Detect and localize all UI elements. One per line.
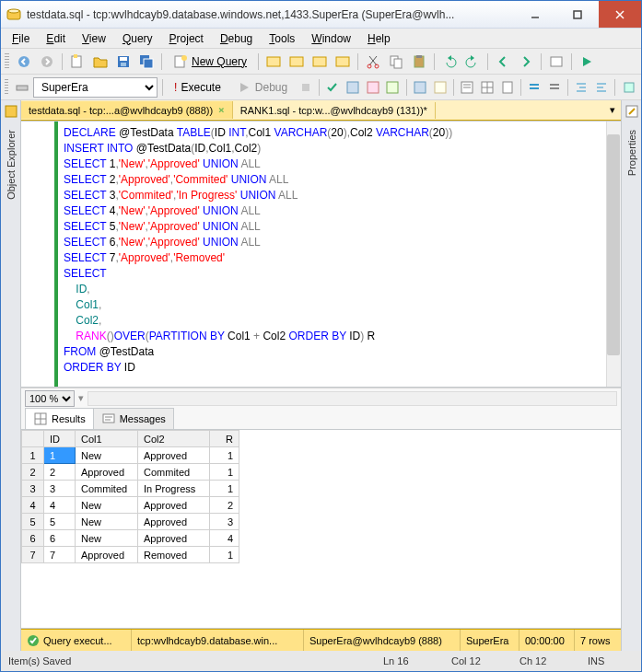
cell-id[interactable]: 1 xyxy=(44,447,76,464)
row-header[interactable]: 6 xyxy=(22,530,44,547)
tab-active[interactable]: testdata.sql - tcp:...a@wvlhdcayb9 (888)… xyxy=(21,101,233,119)
redo-button[interactable] xyxy=(462,52,483,72)
results-text-button[interactable] xyxy=(459,77,476,98)
client-stats-button[interactable] xyxy=(431,77,449,98)
cell-id[interactable]: 6 xyxy=(44,530,76,547)
toolbar-grip[interactable] xyxy=(5,79,8,96)
editor-vscrollbar[interactable] xyxy=(606,122,621,387)
maximize-button[interactable] xyxy=(556,1,599,28)
cell-col2[interactable]: Approved xyxy=(138,514,210,530)
specify-template-button[interactable] xyxy=(620,77,637,98)
paste-button[interactable] xyxy=(409,52,429,72)
cell-col1[interactable]: New xyxy=(76,530,138,547)
save-all-button[interactable] xyxy=(136,52,157,72)
menu-file[interactable]: File xyxy=(5,30,37,47)
cell-col2[interactable]: Removed xyxy=(138,547,210,563)
cell-col1[interactable]: New xyxy=(76,497,138,514)
tab-messages[interactable]: Messages xyxy=(93,408,174,429)
results-grid-wrap[interactable]: ID Col1 Col2 R 11NewApproved122ApprovedC… xyxy=(21,430,621,629)
undo-button[interactable] xyxy=(439,52,460,72)
cell-r[interactable]: 4 xyxy=(210,530,239,547)
database-combo[interactable]: SuperEra xyxy=(33,77,158,98)
cell-r[interactable]: 1 xyxy=(210,547,239,563)
cell-col2[interactable]: Approved xyxy=(138,497,210,514)
estimated-plan-button[interactable] xyxy=(344,77,361,98)
tab-overflow-button[interactable]: ▾ xyxy=(604,104,621,116)
row-header[interactable]: 4 xyxy=(22,497,44,514)
code-content[interactable]: DECLARE @TestData TABLE(ID INT,Col1 VARC… xyxy=(58,122,621,387)
menu-edit[interactable]: Edit xyxy=(39,30,73,47)
scroll-thumb[interactable] xyxy=(607,134,620,355)
open-button[interactable] xyxy=(90,52,111,72)
row-header[interactable]: 5 xyxy=(22,514,44,530)
cell-id[interactable]: 2 xyxy=(44,464,76,481)
execute-button[interactable]: ! Execute xyxy=(168,78,228,97)
copy-button[interactable] xyxy=(386,52,406,72)
menu-view[interactable]: View xyxy=(75,30,113,47)
cell-r[interactable]: 1 xyxy=(210,481,239,497)
sql-editor[interactable]: DECLARE @TestData TABLE(ID INT,Col1 VARC… xyxy=(21,121,621,388)
cell-id[interactable]: 4 xyxy=(44,497,76,514)
menu-help[interactable]: Help xyxy=(360,30,398,47)
cell-col2[interactable]: Approved xyxy=(138,530,210,547)
row-header[interactable]: 7 xyxy=(22,547,44,563)
play-button[interactable] xyxy=(577,52,597,72)
cell-col1[interactable]: Commited xyxy=(76,481,138,497)
da-button[interactable] xyxy=(286,52,307,72)
results-file-button[interactable] xyxy=(498,77,516,98)
outdent-button[interactable] xyxy=(593,77,611,98)
row-header[interactable]: 3 xyxy=(22,481,44,497)
table-row[interactable]: 33CommitedIn Progress1 xyxy=(22,481,239,497)
stop-button[interactable] xyxy=(297,77,314,98)
query-options-button[interactable] xyxy=(364,77,381,98)
dm-button[interactable] xyxy=(309,52,330,72)
cell-r[interactable]: 1 xyxy=(210,447,239,464)
cell-col1[interactable]: New xyxy=(76,447,138,464)
cell-col2[interactable]: In Progress xyxy=(138,481,210,497)
table-row[interactable]: 11NewApproved1 xyxy=(22,447,239,464)
cell-col2[interactable]: Commited xyxy=(138,464,210,481)
col-header-col2[interactable]: Col2 xyxy=(138,431,210,447)
menu-debug[interactable]: Debug xyxy=(213,30,260,47)
cell-id[interactable]: 3 xyxy=(44,481,76,497)
tab-inactive[interactable]: RANK1.sql - tcp:w...@wvlhdcayb9 (131))* xyxy=(233,102,436,119)
cell-col1[interactable]: New xyxy=(76,514,138,530)
row-header[interactable]: 1 xyxy=(22,447,44,464)
col-header-r[interactable]: R xyxy=(210,431,239,447)
col-header-id[interactable]: ID xyxy=(44,431,76,447)
results-grid-button[interactable] xyxy=(478,77,496,98)
de-button[interactable] xyxy=(263,52,284,72)
forward-button[interactable] xyxy=(37,52,57,72)
table-row[interactable]: 44NewApproved2 xyxy=(22,497,239,514)
cut-button[interactable] xyxy=(363,52,383,72)
connection-button[interactable] xyxy=(13,77,30,98)
menu-query[interactable]: Query xyxy=(115,30,160,47)
indent-button[interactable] xyxy=(573,77,590,98)
table-row[interactable]: 77ApprovedRemoved1 xyxy=(22,547,239,563)
table-row[interactable]: 66NewApproved4 xyxy=(22,530,239,547)
new-query-button[interactable]: New Query xyxy=(167,52,253,72)
menu-window[interactable]: Window xyxy=(304,30,358,47)
minimize-button[interactable] xyxy=(514,1,556,28)
cell-r[interactable]: 2 xyxy=(210,497,239,514)
cell-r[interactable]: 3 xyxy=(210,514,239,530)
menu-project[interactable]: Project xyxy=(162,30,211,47)
actual-plan-button[interactable] xyxy=(411,77,428,98)
cell-col1[interactable]: Approved xyxy=(76,547,138,563)
dx-button[interactable] xyxy=(333,52,353,72)
object-explorer-tab[interactable]: Object Explorer xyxy=(4,124,18,205)
properties-icon[interactable] xyxy=(624,104,639,119)
close-button[interactable] xyxy=(599,1,641,28)
title-bar[interactable]: testdata.sql - tcp:wvlhdcayb9.database.w… xyxy=(1,1,641,29)
col-header-col1[interactable]: Col1 xyxy=(76,431,138,447)
table-row[interactable]: 22ApprovedCommited1 xyxy=(22,464,239,481)
results-grid[interactable]: ID Col1 Col2 R 11NewApproved122ApprovedC… xyxy=(21,430,239,563)
editor-hscrollbar[interactable] xyxy=(88,391,617,406)
zoom-combo[interactable]: 100 % xyxy=(25,390,75,407)
debug-button[interactable]: Debug xyxy=(230,77,294,98)
toolbar-grip[interactable] xyxy=(5,53,9,70)
cell-id[interactable]: 5 xyxy=(44,514,76,530)
comment-button[interactable] xyxy=(526,77,543,98)
find-button[interactable] xyxy=(546,52,566,72)
tab-results[interactable]: Results xyxy=(25,408,94,429)
